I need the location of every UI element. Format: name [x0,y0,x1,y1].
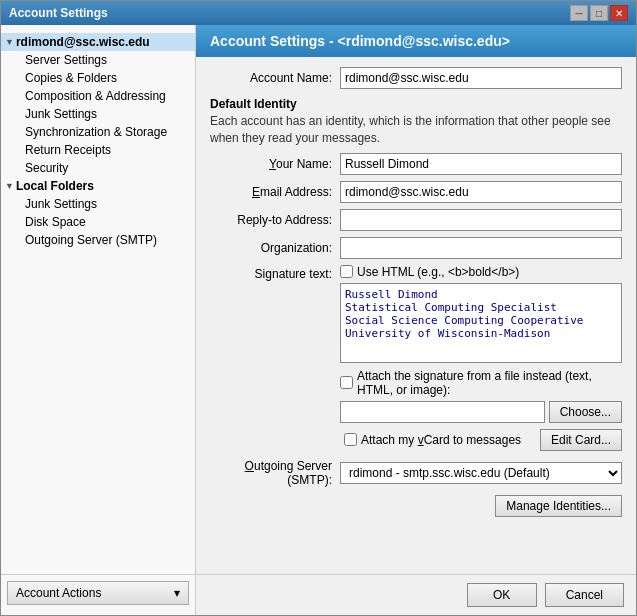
signature-label: Signature text: [210,265,340,281]
vcard-checkbox[interactable] [344,433,357,446]
attach-file-checkbox-row: Attach the signature from a file instead… [340,369,622,397]
sidebar-item-junk-settings2[interactable]: Junk Settings [1,195,195,213]
sidebar-item-security[interactable]: Security [1,159,195,177]
sidebar-item-label: Outgoing Server (SMTP) [25,233,157,247]
panel: Account Settings - <rdimond@ssc.wisc.edu… [196,25,636,615]
signature-right: Use HTML (e.g., <b>bold</b>) Russell Dim… [340,265,622,363]
choose-button[interactable]: Choose... [549,401,622,423]
sidebar-item-label: Server Settings [25,53,107,67]
file-attach-input-row: Choose... [340,401,622,423]
main-content: ▼ rdimond@ssc.wisc.edu Server Settings C… [1,25,636,615]
attach-file-right: Attach the signature from a file instead… [340,369,622,423]
signature-row: Signature text: Use HTML (e.g., <b>bold<… [210,265,622,363]
sidebar-item-label: Copies & Folders [25,71,117,85]
account-settings-window: Account Settings ─ □ ✕ ▼ rdimond@ssc.wis… [0,0,637,616]
email-input[interactable] [340,181,622,203]
default-identity-label: Default Identity [210,97,622,111]
vcard-label: Attach my vCard to messages [361,433,521,447]
replyto-row: Reply-to Address: [210,209,622,231]
tree-arrow-icon: ▼ [5,181,14,191]
window-title: Account Settings [9,6,108,20]
sidebar-item-label: Synchronization & Storage [25,125,167,139]
sidebar-item-label: Return Receipts [25,143,111,157]
maximize-button[interactable]: □ [590,5,608,21]
sidebar-footer: Account Actions ▾ [1,574,195,611]
attach-file-checkbox[interactable] [340,376,353,389]
org-label: Organization: [210,241,340,255]
vcard-row: Attach my vCard to messages Edit Card... [210,429,622,451]
minimize-button[interactable]: ─ [570,5,588,21]
org-row: Organization: [210,237,622,259]
sidebar-item-sync-storage[interactable]: Synchronization & Storage [1,123,195,141]
sidebar-item-label: Local Folders [16,179,94,193]
manage-identities-button[interactable]: Manage Identities... [495,495,622,517]
edit-card-button[interactable]: Edit Card... [540,429,622,451]
close-button[interactable]: ✕ [610,5,628,21]
sidebar-item-outgoing-smtp[interactable]: Outgoing Server (SMTP) [1,231,195,249]
sidebar-item-rdimond[interactable]: ▼ rdimond@ssc.wisc.edu [1,33,195,51]
sidebar-tree: ▼ rdimond@ssc.wisc.edu Server Settings C… [1,29,195,574]
use-html-checkbox[interactable] [340,265,353,278]
smtp-select[interactable]: rdimond - smtp.ssc.wisc.edu (Default) [340,462,622,484]
smtp-label: Outgoing Server (SMTP): [210,459,340,487]
vcard-left: Attach my vCard to messages [210,433,521,447]
ok-button[interactable]: OK [467,583,537,607]
panel-header: Account Settings - <rdimond@ssc.wisc.edu… [196,25,636,57]
your-name-input[interactable] [340,153,622,175]
account-name-label: Account Name: [210,71,340,85]
replyto-input[interactable] [340,209,622,231]
sidebar-item-return-receipts[interactable]: Return Receipts [1,141,195,159]
sidebar-item-server-settings[interactable]: Server Settings [1,51,195,69]
attach-file-section: Attach the signature from a file instead… [210,369,622,423]
sidebar-item-junk-settings[interactable]: Junk Settings [1,105,195,123]
panel-body: Account Name: Default Identity Each acco… [196,57,636,574]
sidebar-item-local-folders[interactable]: ▼ Local Folders [1,177,195,195]
panel-footer: OK Cancel [196,574,636,615]
title-bar-controls: ─ □ ✕ [570,5,628,21]
sidebar-item-composition[interactable]: Composition & Addressing [1,87,195,105]
title-bar: Account Settings ─ □ ✕ [1,1,636,25]
replyto-label: Reply-to Address: [210,213,340,227]
attach-file-label: Attach the signature from a file instead… [357,369,622,397]
use-html-label: Use HTML (e.g., <b>bold</b>) [357,265,519,279]
sidebar-item-label: Junk Settings [25,107,97,121]
default-identity-desc: Each account has an identity, which is t… [210,113,622,147]
cancel-button[interactable]: Cancel [545,583,624,607]
file-path-input[interactable] [340,401,545,423]
sidebar-item-label: Composition & Addressing [25,89,166,103]
tree-arrow-icon: ▼ [5,37,14,47]
sidebar-item-copies-folders[interactable]: Copies & Folders [1,69,195,87]
org-input[interactable] [340,237,622,259]
smtp-row: Outgoing Server (SMTP): rdimond - smtp.s… [210,459,622,487]
use-html-row: Use HTML (e.g., <b>bold</b>) [340,265,622,279]
account-name-input[interactable] [340,67,622,89]
sidebar: ▼ rdimond@ssc.wisc.edu Server Settings C… [1,25,196,615]
manage-identities-row: Manage Identities... [210,495,622,517]
account-actions-button[interactable]: Account Actions ▾ [7,581,189,605]
email-row: Email Address: [210,181,622,203]
email-label: Email Address: [210,185,340,199]
account-name-row: Account Name: [210,67,622,89]
your-name-label: Your Name: [210,157,340,171]
sidebar-item-label: Security [25,161,68,175]
signature-textarea[interactable]: Russell Dimond Statistical Computing Spe… [340,283,622,363]
account-actions-label: Account Actions [16,586,101,600]
sidebar-item-label: Disk Space [25,215,86,229]
sidebar-item-label: Junk Settings [25,197,97,211]
sidebar-item-label: rdimond@ssc.wisc.edu [16,35,150,49]
your-name-row: Your Name: [210,153,622,175]
account-actions-arrow-icon: ▾ [174,586,180,600]
sidebar-item-disk-space[interactable]: Disk Space [1,213,195,231]
